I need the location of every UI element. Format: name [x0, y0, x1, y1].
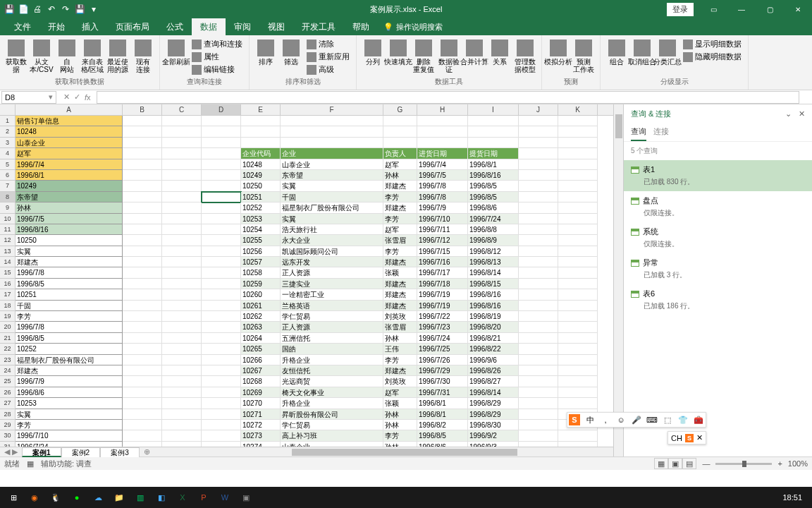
row-header[interactable]: 24	[0, 365, 16, 376]
cell[interactable]: 10258	[241, 267, 281, 278]
cell[interactable]: 1996/7/25	[417, 344, 468, 354]
cell[interactable]	[123, 333, 162, 344]
cell[interactable]	[162, 289, 202, 300]
panel-chevron-icon[interactable]: ⌄	[785, 109, 792, 119]
ribbon-collapse-icon[interactable]: ▭	[699, 0, 727, 18]
cell[interactable]: 1996/8/5	[468, 192, 519, 202]
cell[interactable]	[558, 344, 598, 354]
col-header-H[interactable]: H	[417, 104, 468, 115]
cell[interactable]: 兰格英语	[281, 301, 383, 311]
row-header[interactable]: 13	[0, 246, 16, 257]
cell[interactable]	[383, 116, 417, 126]
col-header-A[interactable]: A	[16, 104, 123, 115]
cell[interactable]: 10264	[241, 333, 281, 344]
cell[interactable]: 10266	[241, 355, 281, 365]
cell[interactable]: 10252	[241, 202, 281, 213]
record-macro-icon[interactable]: ▦	[27, 459, 34, 468]
ime-indicator[interactable]: CH S ✕	[668, 431, 706, 445]
col-header-C[interactable]: C	[162, 104, 202, 115]
cell[interactable]: 友恒信托	[281, 365, 383, 376]
cell[interactable]: 10250	[241, 181, 281, 191]
cell[interactable]	[519, 279, 558, 289]
cell[interactable]	[162, 420, 202, 430]
cell[interactable]: 实翼	[16, 246, 123, 257]
cell[interactable]	[558, 289, 598, 300]
cell[interactable]: 10270	[241, 398, 281, 409]
save2-icon[interactable]: 💾	[73, 3, 86, 16]
cell[interactable]: 1996/7/5	[16, 214, 123, 224]
cell[interactable]: 1996/9/6	[468, 355, 519, 365]
qat-more-icon[interactable]: ▾	[87, 3, 100, 16]
cell[interactable]	[162, 301, 202, 311]
cell[interactable]	[123, 355, 162, 365]
ime-punct-icon[interactable]: ,	[600, 414, 611, 425]
ribbon-small-button[interactable]: 高级	[304, 64, 352, 75]
cell[interactable]	[202, 116, 241, 126]
cell[interactable]: 五洲信托	[281, 333, 383, 344]
add-sheet-icon[interactable]: ⊕	[140, 447, 154, 456]
taskbar-clock[interactable]: 18:51	[775, 493, 809, 502]
start-icon[interactable]: ⊞	[3, 488, 24, 507]
row-header[interactable]: 10	[0, 214, 16, 224]
cell[interactable]: 1996/7/16	[417, 257, 468, 267]
row-header[interactable]: 30	[0, 430, 16, 441]
cell[interactable]	[519, 442, 558, 447]
row-header[interactable]: 22	[0, 344, 16, 354]
cell[interactable]: 1996/7/4	[16, 159, 123, 170]
panel-tab[interactable]: 连接	[653, 123, 669, 141]
ribbon-button[interactable]: 关系	[488, 38, 512, 67]
cell[interactable]: 李芳	[383, 214, 417, 224]
ribbon-tab-9[interactable]: 帮助	[344, 18, 378, 35]
cell[interactable]	[123, 246, 162, 257]
ribbon-tab-2[interactable]: 插入	[73, 18, 107, 35]
cell[interactable]: 刘英玫	[383, 376, 417, 387]
cell[interactable]: 1996/8/1	[417, 398, 468, 409]
ribbon-button[interactable]: 排序	[254, 38, 278, 67]
ribbon-tab-8[interactable]: 开发工具	[293, 18, 344, 35]
cell[interactable]: 10249	[241, 170, 281, 181]
cell[interactable]: 1996/7/4	[417, 159, 468, 170]
ribbon-small-button[interactable]: 查询和连接	[190, 38, 245, 50]
cell[interactable]: 10248	[16, 126, 123, 137]
ribbon-small-button[interactable]: 属性	[190, 51, 245, 63]
save-icon[interactable]: 📄	[17, 3, 30, 16]
cell[interactable]	[383, 138, 417, 148]
cell[interactable]: 东帝望	[281, 170, 383, 181]
cell[interactable]	[202, 289, 241, 300]
cell[interactable]	[202, 214, 241, 224]
col-header-J[interactable]: J	[519, 104, 558, 115]
cell[interactable]	[202, 322, 241, 332]
cell[interactable]	[519, 344, 558, 354]
cell[interactable]: 东帝望	[16, 192, 123, 202]
ime-skin-icon[interactable]: 👕	[677, 414, 689, 425]
cell[interactable]: 10252	[16, 344, 123, 354]
cell[interactable]	[519, 192, 558, 202]
cell[interactable]	[123, 376, 162, 387]
query-item[interactable]: 表6已加载 186 行。	[624, 284, 812, 315]
redo-icon[interactable]: ↷	[59, 3, 72, 16]
row-header[interactable]: 29	[0, 420, 16, 430]
cell[interactable]	[123, 311, 162, 322]
cell[interactable]	[519, 376, 558, 387]
spreadsheet-grid[interactable]: ABCDEFGHIJK 1销售订单信息2102483山泰企业4赵军企业代码企业负…	[0, 104, 613, 456]
cell[interactable]	[519, 224, 558, 235]
cell[interactable]	[558, 311, 598, 322]
cell[interactable]: 10253	[16, 398, 123, 409]
cell[interactable]: 1996/8/14	[468, 387, 519, 398]
cell[interactable]	[123, 442, 162, 447]
cell[interactable]: 10274	[241, 442, 281, 447]
cell[interactable]	[519, 311, 558, 322]
ribbon-button[interactable]: 管理数据模型	[513, 38, 537, 75]
row-header[interactable]: 27	[0, 398, 16, 409]
cell[interactable]: 10261	[241, 301, 281, 311]
col-header-E[interactable]: E	[241, 104, 281, 115]
cell[interactable]: 实翼	[16, 409, 123, 420]
ribbon-tab-0[interactable]: 文件	[6, 18, 39, 35]
cell[interactable]	[383, 126, 417, 137]
row-header[interactable]: 1	[0, 116, 16, 126]
cell[interactable]	[202, 387, 241, 398]
cell[interactable]: 1996/7/24	[417, 333, 468, 344]
row-header[interactable]: 25	[0, 376, 16, 387]
ribbon-button[interactable]: 合并计算	[462, 38, 486, 67]
page-break-view-icon[interactable]: ▤	[682, 458, 696, 469]
